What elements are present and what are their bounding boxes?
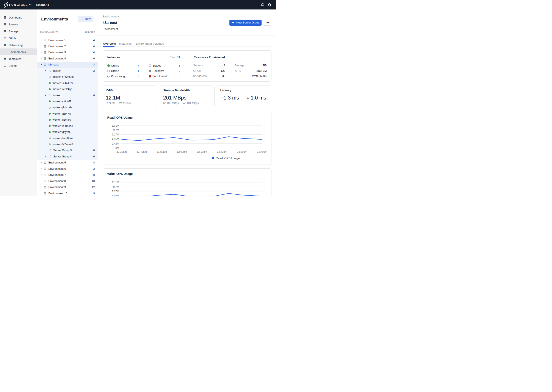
svg-text:12.1M: 12.1M xyxy=(112,181,119,184)
svg-text:2.42M: 2.42M xyxy=(112,142,119,145)
svg-text:4.85M: 4.85M xyxy=(112,194,119,196)
svg-text:7.27M: 7.27M xyxy=(112,190,119,193)
svg-text:9.7M: 9.7M xyxy=(113,129,119,132)
svg-text:9.7M: 9.7M xyxy=(113,185,119,188)
svg-text:12:10pm: 12:10pm xyxy=(197,150,207,153)
svg-text:12:00pm: 12:00pm xyxy=(177,150,187,153)
svg-text:12:20pm: 12:20pm xyxy=(217,150,227,153)
svg-text:11:50am: 11:50am xyxy=(157,150,167,153)
svg-text:12:30pm: 12:30pm xyxy=(237,150,247,153)
svg-text:11:40am: 11:40am xyxy=(137,150,147,153)
svg-text:0M: 0M xyxy=(115,147,119,149)
svg-text:7.27M: 7.27M xyxy=(112,133,119,136)
svg-text:11:30am: 11:30am xyxy=(117,150,127,153)
svg-text:12:40pm: 12:40pm xyxy=(257,150,267,153)
svg-text:Read IOPS Usage: Read IOPS Usage xyxy=(216,156,240,160)
svg-text:12.1M: 12.1M xyxy=(112,124,119,127)
svg-text:4.85M: 4.85M xyxy=(112,138,119,141)
